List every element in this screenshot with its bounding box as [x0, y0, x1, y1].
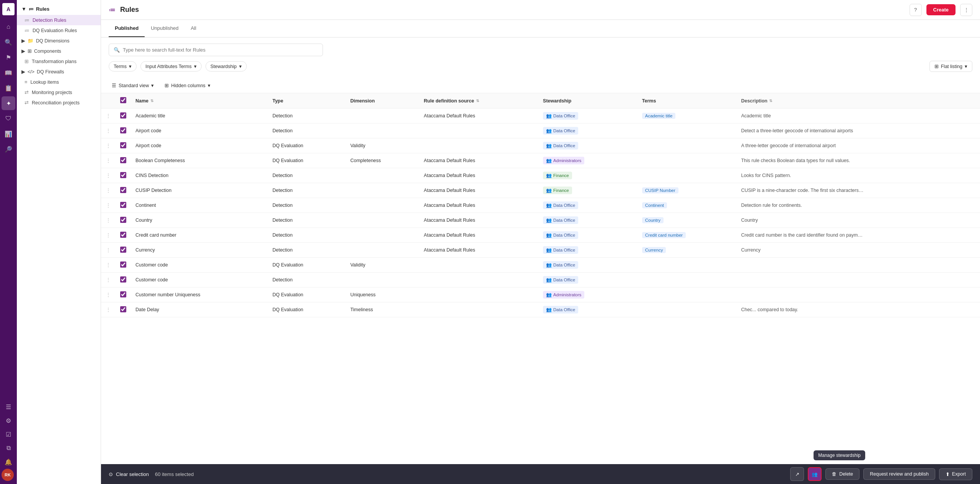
- row-drag-handle[interactable]: ⋮: [101, 123, 116, 138]
- row-drag-handle[interactable]: ⋮: [101, 168, 116, 183]
- row-checkbox-cell[interactable]: [116, 198, 131, 213]
- help-button[interactable]: ?: [910, 4, 922, 16]
- sidebar-item-dq-evaluation-rules[interactable]: ≔ DQ Evaluation Rules: [17, 25, 101, 36]
- tab-published[interactable]: Published: [109, 20, 145, 37]
- drag-icon: ⋮: [106, 307, 111, 313]
- row-checkbox-cell[interactable]: [116, 123, 131, 138]
- row-checkbox[interactable]: [120, 306, 126, 312]
- row-checkbox[interactable]: [120, 261, 126, 268]
- stewardship-users-icon: 👥: [546, 218, 552, 223]
- row-checkbox-cell[interactable]: [116, 258, 131, 273]
- row-checkbox[interactable]: [120, 187, 126, 193]
- col-header-terms: Terms: [638, 93, 737, 109]
- row-checkbox[interactable]: [120, 291, 126, 297]
- row-checkbox-cell[interactable]: [116, 153, 131, 168]
- row-checkbox[interactable]: [120, 276, 126, 283]
- row-checkbox-cell[interactable]: [116, 183, 131, 198]
- manage-stewardship-button[interactable]: 👥: [808, 467, 822, 481]
- drag-icon: ⋮: [106, 128, 111, 134]
- row-checkbox-cell[interactable]: [116, 213, 131, 228]
- nav-flag[interactable]: ⚑: [2, 50, 15, 64]
- row-checkbox[interactable]: [120, 112, 126, 119]
- row-drag-handle[interactable]: ⋮: [101, 302, 116, 317]
- row-checkbox-cell[interactable]: [116, 228, 131, 243]
- flat-listing-button[interactable]: ⊞ Flat listing ▾: [929, 61, 972, 72]
- nav-settings[interactable]: ⚙: [2, 414, 15, 427]
- tab-all[interactable]: All: [184, 20, 202, 37]
- row-checkbox[interactable]: [120, 172, 126, 178]
- row-drag-handle[interactable]: ⋮: [101, 138, 116, 153]
- sidebar-group-dq-dimensions[interactable]: ▶ 📁 DQ Dimensions: [17, 36, 101, 46]
- row-checkbox[interactable]: [120, 217, 126, 223]
- nav-table[interactable]: 📋: [2, 81, 15, 95]
- sidebar-item-lookup-items[interactable]: ≡ Lookup items: [17, 77, 101, 87]
- source-sort-icon[interactable]: ⇅: [476, 99, 479, 103]
- sidebar-group-components[interactable]: ▶ ⊞ Components: [17, 46, 101, 56]
- search-input[interactable]: [123, 47, 318, 53]
- tab-unpublished[interactable]: Unpublished: [145, 20, 184, 37]
- row-checkbox[interactable]: [120, 142, 126, 148]
- nav-home[interactable]: ⌂: [2, 20, 15, 34]
- row-drag-handle[interactable]: ⋮: [101, 213, 116, 228]
- nav-bell[interactable]: 🔔: [2, 455, 15, 469]
- app-logo[interactable]: A: [2, 3, 15, 15]
- share-button[interactable]: ↗: [790, 467, 804, 481]
- nav-book[interactable]: 📖: [2, 66, 15, 80]
- clear-selection-button[interactable]: ⊙ Clear selection: [109, 471, 149, 477]
- row-checkbox[interactable]: [120, 202, 126, 208]
- sidebar-item-monitoring-projects[interactable]: ⇄ Monitoring projects: [17, 87, 101, 97]
- hidden-columns-button[interactable]: ⊞ Hidden columns ▾: [161, 81, 214, 90]
- col-header-dimension: Dimension: [346, 93, 419, 109]
- nav-catalog2[interactable]: ☰: [2, 400, 15, 414]
- row-drag-handle[interactable]: ⋮: [101, 183, 116, 198]
- row-drag-handle[interactable]: ⋮: [101, 243, 116, 258]
- nav-quality[interactable]: ✦: [2, 96, 15, 110]
- nav-search2[interactable]: 🔎: [2, 142, 15, 156]
- standard-view-button[interactable]: ☰ Standard view ▾: [109, 81, 157, 90]
- select-all-checkbox[interactable]: [120, 97, 126, 103]
- search-box[interactable]: 🔍: [109, 44, 323, 56]
- row-checkbox-cell[interactable]: [116, 287, 131, 302]
- row-checkbox-cell[interactable]: [116, 109, 131, 123]
- row-drag-handle[interactable]: ⋮: [101, 109, 116, 123]
- filter-stewardship[interactable]: Stewardship ▾: [205, 61, 247, 71]
- export-button[interactable]: ⬆ Export: [939, 468, 972, 480]
- sidebar-item-reconciliation-projects[interactable]: ⇄ Reconciliation projects: [17, 97, 101, 108]
- row-drag-handle[interactable]: ⋮: [101, 228, 116, 243]
- row-dimension: [346, 243, 419, 258]
- sidebar-item-transformation-plans[interactable]: ⊞ Transformation plans: [17, 56, 101, 67]
- table-row: ⋮ Customer code Detection 👥 Data Office: [101, 273, 980, 287]
- row-checkbox[interactable]: [120, 127, 126, 133]
- row-source: Ataccama Default Rules: [419, 213, 538, 228]
- sidebar-group-dq-firewalls[interactable]: ▶ </> DQ Firewalls: [17, 67, 101, 77]
- desc-sort-icon[interactable]: ⇅: [769, 99, 772, 103]
- more-options-button[interactable]: ⋮: [960, 4, 972, 16]
- row-drag-handle[interactable]: ⋮: [101, 153, 116, 168]
- nav-chart[interactable]: 📊: [2, 127, 15, 141]
- row-checkbox-cell[interactable]: [116, 243, 131, 258]
- row-checkbox-cell[interactable]: [116, 138, 131, 153]
- stewardship-tag: 👥 Data Office: [543, 306, 578, 313]
- row-checkbox-cell[interactable]: [116, 168, 131, 183]
- create-button[interactable]: Create: [926, 4, 956, 15]
- filter-terms[interactable]: Terms ▾: [109, 61, 137, 71]
- user-avatar[interactable]: RK: [2, 469, 14, 481]
- name-sort-icon[interactable]: ⇅: [150, 99, 153, 103]
- row-drag-handle[interactable]: ⋮: [101, 198, 116, 213]
- row-checkbox[interactable]: [120, 232, 126, 238]
- row-checkbox[interactable]: [120, 247, 126, 253]
- nav-shield[interactable]: 🛡: [2, 112, 15, 125]
- delete-button[interactable]: 🗑 Delete: [825, 468, 859, 480]
- row-checkbox[interactable]: [120, 157, 126, 163]
- sidebar-item-detection-rules[interactable]: ≔ Detection Rules: [17, 15, 101, 25]
- row-drag-handle[interactable]: ⋮: [101, 258, 116, 273]
- row-checkbox-cell[interactable]: [116, 273, 131, 287]
- nav-check[interactable]: ☑: [2, 427, 15, 441]
- row-drag-handle[interactable]: ⋮: [101, 273, 116, 287]
- row-checkbox-cell[interactable]: [116, 302, 131, 317]
- row-drag-handle[interactable]: ⋮: [101, 287, 116, 302]
- review-publish-button[interactable]: Request review and publish: [863, 468, 935, 480]
- filter-input-attributes[interactable]: Input Attributes Terms ▾: [140, 61, 202, 71]
- nav-search[interactable]: 🔍: [2, 35, 15, 49]
- nav-layers[interactable]: ⧉: [2, 441, 15, 455]
